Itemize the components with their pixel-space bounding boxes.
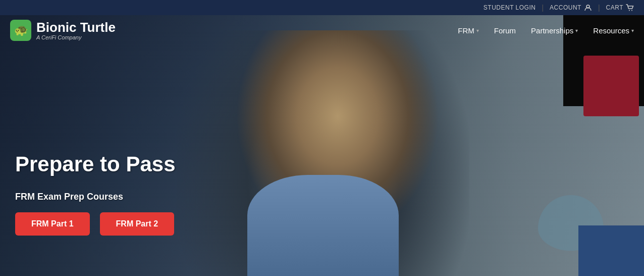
student-login-link[interactable]: STUDENT LOGIN [484, 4, 536, 11]
svg-point-1 [629, 10, 630, 11]
nav-resources-label: Resources [593, 26, 629, 35]
svg-point-2 [631, 10, 632, 11]
student-login-label: STUDENT LOGIN [484, 4, 536, 11]
cart-icon [626, 4, 634, 12]
face-shirt [247, 175, 399, 276]
cart-link[interactable]: CART [606, 4, 634, 12]
nav-partnerships[interactable]: Partnerships ▾ [531, 26, 578, 35]
account-link[interactable]: ACCOUNT [550, 4, 592, 12]
logo[interactable]: 🐢 Bionic Turtle A CeriFi Company [10, 20, 116, 41]
frm-chevron-icon: ▾ [476, 28, 479, 33]
resources-chevron-icon: ▾ [631, 28, 634, 33]
deco-red-shape [583, 56, 639, 116]
nav-bar: 🐢 Bionic Turtle A CeriFi Company FRM ▾ F… [0, 15, 644, 45]
nav-forum-label: Forum [494, 26, 516, 35]
nav-frm[interactable]: FRM ▾ [458, 26, 479, 35]
nav-resources[interactable]: Resources ▾ [593, 26, 634, 35]
hero-section: 🐢 Bionic Turtle A CeriFi Company FRM ▾ F… [0, 15, 644, 276]
logo-main-text: Bionic Turtle [36, 20, 116, 35]
account-label: ACCOUNT [550, 4, 581, 11]
divider-2: | [598, 4, 600, 12]
nav-partnerships-label: Partnerships [531, 26, 573, 35]
divider-1: | [542, 4, 544, 12]
logo-turtle-icon: 🐢 [14, 24, 28, 37]
nav-frm-label: FRM [458, 26, 474, 35]
cart-label: CART [606, 4, 623, 11]
hero-content: Prepare to Pass FRM Exam Prep Courses FR… [15, 152, 176, 236]
hero-subtitle: FRM Exam Prep Courses [15, 192, 176, 202]
decorative-shapes [543, 15, 644, 276]
hero-buttons: FRM Part 1 FRM Part 2 [15, 212, 176, 236]
partnerships-chevron-icon: ▾ [575, 28, 578, 33]
deco-blue-shape [578, 225, 644, 276]
frm-part2-button[interactable]: FRM Part 2 [100, 212, 175, 236]
top-bar: STUDENT LOGIN | ACCOUNT | CART [0, 0, 644, 15]
frm-part1-button[interactable]: FRM Part 1 [15, 212, 90, 236]
logo-icon: 🐢 [10, 20, 31, 41]
hero-title: Prepare to Pass [15, 152, 176, 176]
logo-sub-text: A CeriFi Company [36, 34, 116, 40]
logo-text-group: Bionic Turtle A CeriFi Company [36, 20, 116, 41]
main-nav: FRM ▾ Forum Partnerships ▾ Resources ▾ [458, 26, 634, 35]
nav-forum[interactable]: Forum [494, 26, 516, 35]
hero-image [177, 30, 469, 276]
account-icon [584, 4, 592, 12]
